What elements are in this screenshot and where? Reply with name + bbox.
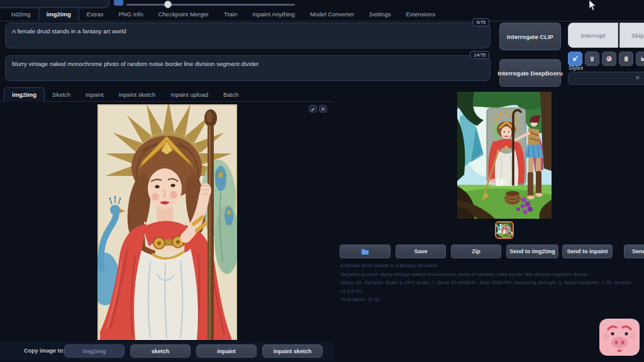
negative-prompt-input[interactable]: blurry vintage naked monochrome photo of… xyxy=(5,55,491,81)
tab-png-info[interactable]: PNG Info xyxy=(111,8,151,21)
subtab-batch[interactable]: Batch xyxy=(216,88,246,101)
clear-prompt-button[interactable] xyxy=(585,52,599,66)
gallery-thumbnail-image xyxy=(496,222,513,238)
img2img-source-image[interactable] xyxy=(97,104,237,340)
generation-info: A female druid stands in a fantasy art w… xyxy=(340,261,641,304)
generation-info-prompt: A female druid stands in a fantasy art w… xyxy=(340,261,641,270)
styles-dropdown[interactable]: ✕ xyxy=(568,72,644,85)
copy-image-label: Copy image to: xyxy=(24,348,65,354)
negative-prompt-token-counter: 14/75 xyxy=(470,51,489,59)
apply-style-button[interactable] xyxy=(619,52,633,66)
negative-prompt-container: blurry vintage naked monochrome photo of… xyxy=(5,55,491,81)
subtab-img2img[interactable]: img2img xyxy=(4,87,45,102)
save-button[interactable]: Save xyxy=(396,244,446,258)
pig-face-icon xyxy=(599,319,640,356)
prompt-container: A female druid stands in a fantasy art w… xyxy=(5,23,491,48)
subtab-inpaint[interactable]: Inpaint xyxy=(78,88,111,101)
generation-info-params: Steps: 40, Sampler: Euler a, CFG scale: … xyxy=(340,278,641,295)
subtab-inpaint-upload[interactable]: Inpaint upload xyxy=(163,88,216,101)
copy-to-inpaint-sketch-button[interactable]: inpaint sketch xyxy=(262,344,323,358)
tab-checkpoint-merger[interactable]: Checkpoint Merger xyxy=(151,8,216,21)
tab-train[interactable]: Train xyxy=(216,8,245,21)
tab-settings[interactable]: Settings xyxy=(362,8,398,21)
send-to-extras-button[interactable]: Send to xyxy=(624,244,644,258)
paste-params-button[interactable] xyxy=(568,52,582,66)
sd-webui-screen: txt2img img2img Extras PNG Info Checkpoi… xyxy=(0,0,644,362)
prompt-input[interactable]: A female druid stands in a fantasy art w… xyxy=(5,23,491,48)
palette-icon xyxy=(606,55,613,62)
remove-image-button[interactable] xyxy=(319,105,327,112)
save-style-button[interactable] xyxy=(636,52,644,66)
tab-extras[interactable]: Extras xyxy=(79,8,111,21)
send-to-img2img-button[interactable]: Send to img2img xyxy=(506,244,558,258)
main-tab-bar: txt2img img2img Extras PNG Info Checkpoi… xyxy=(0,8,644,21)
top-blue-button[interactable] xyxy=(114,0,123,6)
subtab-sketch[interactable]: Sketch xyxy=(45,88,78,101)
open-folder-button[interactable] xyxy=(340,244,391,258)
top-slider-track[interactable] xyxy=(126,4,295,6)
copy-to-inpaint-button[interactable]: inpaint xyxy=(196,344,257,358)
copy-to-sketch-button[interactable]: sketch xyxy=(130,344,191,358)
edit-image-button[interactable] xyxy=(309,105,317,112)
interrupt-button[interactable]: Interrupt xyxy=(568,23,618,48)
extra-networks-button[interactable] xyxy=(602,52,616,66)
pencil-icon xyxy=(310,106,316,112)
interrogate-clip-button[interactable]: Interrogate CLIP xyxy=(499,23,561,50)
prompt-token-counter: 9/75 xyxy=(472,18,489,26)
tab-inpaint-anything[interactable]: Inpaint Anything xyxy=(245,8,303,21)
close-icon xyxy=(320,106,326,112)
img2img-mode-tabs: img2img Sketch Inpaint Inpaint sketch In… xyxy=(0,88,334,102)
folder-icon xyxy=(361,248,369,255)
pig-watermark-icon xyxy=(599,319,640,356)
tab-img2img[interactable]: img2img xyxy=(38,7,79,21)
styles-clear-icon[interactable]: ✕ xyxy=(635,75,640,81)
save-icon xyxy=(640,55,644,62)
paste-arrow-icon xyxy=(572,55,579,62)
clipboard-icon xyxy=(623,55,630,62)
skip-button[interactable]: Skip xyxy=(619,23,644,48)
styles-label: Styles xyxy=(569,65,583,71)
gallery-thumbnail-selected[interactable] xyxy=(495,221,514,239)
tab-extensions[interactable]: Extensions xyxy=(398,8,442,21)
copy-to-img2img-button[interactable]: img2img xyxy=(64,344,125,358)
subtab-inpaint-sketch[interactable]: Inpaint sketch xyxy=(111,88,164,101)
generated-image[interactable] xyxy=(457,92,552,219)
generation-info-negative: Negative prompt: blurry vintage naked mo… xyxy=(340,270,641,279)
zip-button[interactable]: Zip xyxy=(451,244,501,258)
interrogate-deepbooru-button[interactable]: Interrogate DeepBooru xyxy=(499,59,561,87)
trash-icon xyxy=(589,55,596,62)
tab-txt2img[interactable]: txt2img xyxy=(4,8,38,21)
send-to-inpaint-button[interactable]: Send to inpaint xyxy=(562,244,613,258)
generation-info-time: Time taken: 11.9s xyxy=(340,295,641,304)
tab-model-converter[interactable]: Model Converter xyxy=(303,8,362,21)
